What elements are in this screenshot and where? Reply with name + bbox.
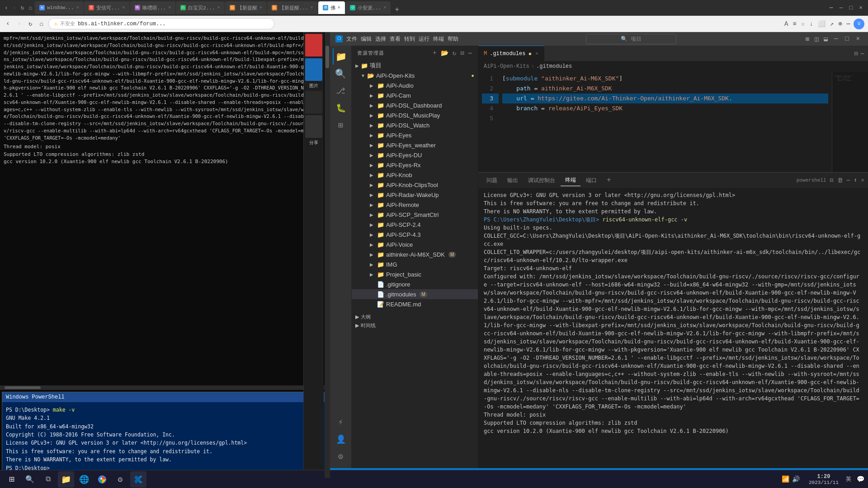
vscode-close[interactable]: ×	[854, 35, 863, 43]
translate-icon[interactable]: A	[783, 20, 789, 28]
browser-menu-btn[interactable]: ⋯	[827, 4, 836, 11]
tree-item-remote[interactable]: ▶ 📁 AiPi-Remote	[352, 200, 478, 210]
tree-item-dsl-dashboard[interactable]: ▶ 📁 AiPi-DSL_Dashboard	[352, 100, 478, 110]
activity-explorer[interactable]: 📁	[333, 48, 349, 65]
tree-item-gitignore[interactable]: 📄 .gitignore	[352, 279, 478, 289]
thumb-4[interactable]	[305, 115, 322, 138]
timeline-section-header[interactable]: ▶ 时间线	[352, 321, 478, 330]
activity-search[interactable]: 🔍	[333, 66, 349, 82]
window-minimize[interactable]: ─	[837, 5, 846, 11]
more-tabs-icon[interactable]: ⋯	[861, 50, 864, 57]
activity-settings[interactable]: ⚙	[333, 448, 349, 465]
breadcrumb-root[interactable]: AiPi-Open-Kits	[484, 63, 529, 70]
activity-extensions[interactable]: ⊞	[333, 117, 349, 133]
tree-item-gitmodules[interactable]: 📄 .gitmodules M	[352, 289, 478, 299]
code-content[interactable]: [submodule "aithinker_Ai-M6X_SDK"] path …	[499, 72, 832, 172]
vscode-menu-file[interactable]: 文件	[346, 35, 357, 43]
terminal-tab-terminal[interactable]: 终端	[561, 174, 580, 186]
activity-debug[interactable]: 🐛	[333, 100, 349, 116]
thumb-3[interactable]	[305, 91, 322, 113]
h-scrollbar[interactable]	[0, 385, 330, 390]
vscode-sidebar-toggle[interactable]: ◫	[813, 35, 820, 43]
thumb-2[interactable]	[305, 58, 322, 81]
thumb-1[interactable]	[305, 34, 322, 56]
vscode-taskbar[interactable]	[130, 471, 146, 488]
vscode-menu-edit[interactable]: 编辑	[361, 35, 372, 43]
tab-close-5[interactable]: ×	[259, 5, 262, 10]
terminal-content-area[interactable]: License GPLv3+: GNU GPL version 3 or lat…	[478, 188, 868, 468]
vscode-layout-icon[interactable]: ⊞	[803, 35, 811, 43]
browser-tab-1[interactable]: W window... ×	[35, 1, 83, 14]
terminal-maximize-icon[interactable]: ⬆	[854, 177, 857, 184]
task-view-button[interactable]: ⧉	[40, 471, 56, 488]
tab-close-editor[interactable]: ×	[535, 51, 538, 56]
vscode-menu-go[interactable]: 转到	[404, 35, 415, 43]
vscode-minimize[interactable]: ─	[831, 35, 840, 43]
tree-item-sdk[interactable]: ▶ 📁 aithinker-Ai-M6X_SDK M	[352, 249, 478, 259]
tree-item-cam[interactable]: ▶ 📁 AiPi-Cam	[352, 90, 478, 100]
tree-item-voice[interactable]: ▶ 📁 AiPi-Voice	[352, 239, 478, 249]
tree-item-img[interactable]: ▶ 📁 IMG	[352, 259, 478, 269]
tree-item-watch[interactable]: ▶ 📁 AiPi-DSL_Watch	[352, 120, 478, 130]
vscode-search-bar[interactable]: 🔍 项目	[586, 34, 676, 44]
nav-home2[interactable]: ⌂	[37, 20, 45, 28]
more-icon[interactable]: ⋯	[845, 20, 852, 28]
vscode-panel-toggle[interactable]: ⬓	[822, 35, 829, 43]
terminal-tab-output[interactable]: 输出	[503, 175, 523, 186]
terminal-tab-debug[interactable]: 调试控制台	[524, 175, 560, 186]
tree-item-readme[interactable]: 📝 README.md	[352, 299, 478, 309]
notification-icon[interactable]: 💬	[857, 475, 864, 483]
tab-close-2[interactable]: ×	[123, 5, 125, 10]
terminal-more-icon[interactable]: ⋯	[847, 177, 850, 184]
vscode-restore[interactable]: □	[842, 35, 851, 43]
vscode-menu-view[interactable]: 查看	[390, 35, 401, 43]
clock-area[interactable]: 1:20 2023/11/11	[807, 474, 840, 485]
window-close[interactable]: ×	[856, 5, 865, 11]
browser-tab-6[interactable]: 提 【新提醒... ×	[267, 1, 318, 14]
tree-item-eyes-weather[interactable]: ▶ 📁 AiPi-Eyes_weather	[352, 140, 478, 150]
terminal-split-icon[interactable]: ⊟	[830, 177, 834, 184]
tree-item-eyes[interactable]: ▶ 📁 AiPi-Eyes	[352, 130, 478, 140]
screenshot-icon[interactable]: ⬜	[816, 20, 827, 28]
edge-taskbar[interactable]: 🌐	[76, 471, 92, 488]
tree-item-scp43[interactable]: ▶ 📁 AiPi-SCP-4.3	[352, 230, 478, 239]
tree-item-musicplay[interactable]: ▶ 📁 AiPi-DSL_MusicPlay	[352, 110, 478, 120]
tree-item-knob[interactable]: ▶ 📁 AiPi-Knob	[352, 170, 478, 180]
search-taskbar[interactable]: 🔍	[22, 471, 38, 488]
terminal-new-btn[interactable]: +	[604, 176, 614, 184]
chrome-taskbar[interactable]	[94, 471, 110, 488]
collapse-icon[interactable]: ⊟	[460, 49, 464, 57]
taskbar-lang[interactable]: 英	[844, 475, 853, 483]
terminal-close-icon[interactable]: ×	[861, 177, 864, 184]
tree-item-scp-smart[interactable]: ▶ 📁 AiPi-SCP_SmartCtrl	[352, 210, 478, 220]
window-maximize[interactable]: □	[846, 5, 855, 11]
nav-back[interactable]: ‹	[3, 5, 10, 11]
tree-root-folder[interactable]: ▶ 📁 项目	[352, 61, 478, 70]
nav-refresh2[interactable]: ↻	[26, 20, 34, 28]
tab-close-8[interactable]: ×	[383, 5, 386, 10]
split-editor-icon[interactable]: ⊟	[854, 50, 858, 57]
user-avatar[interactable]: U	[854, 19, 864, 29]
star-icon[interactable]: ☆	[800, 20, 806, 28]
settings-taskbar[interactable]: ⚙	[112, 471, 128, 488]
tab-close-4[interactable]: ×	[217, 5, 220, 10]
vscode-menu-selection[interactable]: 选择	[375, 35, 386, 43]
tab-close-6[interactable]: ×	[311, 5, 313, 10]
terminal-tab-ports[interactable]: 端口	[581, 175, 601, 186]
tab-close-1[interactable]: ×	[76, 5, 79, 10]
terminal-tab-problems[interactable]: 问题	[482, 175, 502, 186]
vscode-menu-help[interactable]: 帮助	[448, 35, 458, 43]
left-scrollbar[interactable]	[325, 32, 330, 478]
start-button[interactable]: ⊞	[4, 471, 20, 488]
collect-icon[interactable]: ↓	[808, 20, 814, 28]
collect2-icon[interactable]: ⊕	[837, 20, 843, 28]
network-icon[interactable]: 📶	[782, 475, 789, 483]
nav-forward2[interactable]: ›	[15, 20, 24, 28]
browser-tab-4[interactable]: 白 白宝贝2... ×	[176, 1, 224, 14]
breadcrumb-file[interactable]: .gitmodules	[536, 63, 572, 70]
address-bar[interactable]: ⚠ 不安全 bbs.ai-thinker.com/forum...	[48, 18, 274, 29]
browser-tab-3[interactable]: 唤 唤嘿嗒... ×	[130, 1, 176, 14]
sound-icon[interactable]: 🔊	[792, 475, 800, 483]
activity-remote[interactable]: ⚡	[333, 414, 349, 430]
browser-tab-2[interactable]: 安 安信可... ×	[84, 1, 130, 14]
